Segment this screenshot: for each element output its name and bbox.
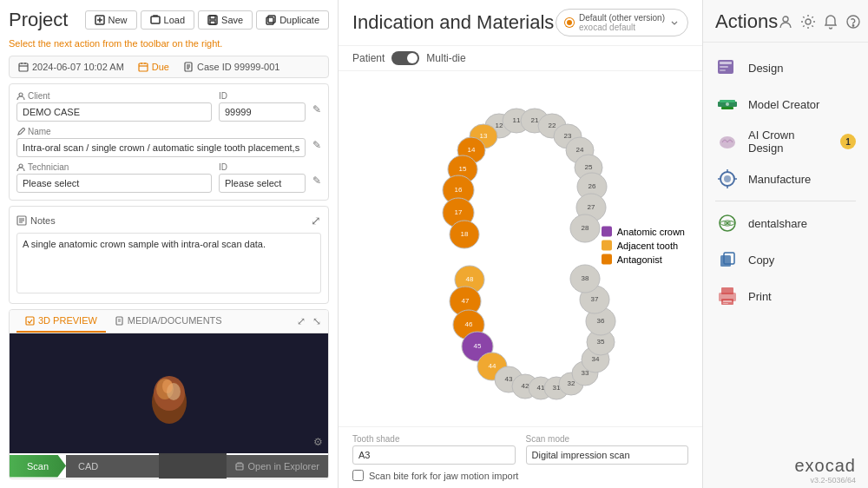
tooth-38[interactable]: 38 [570, 265, 600, 293]
help-icon[interactable] [845, 14, 861, 30]
preview-tab-list: 3D PREVIEW MEDIA/DOCUMENTS [16, 310, 231, 333]
notes-textarea[interactable]: A single anatomic crown sample with intr… [16, 233, 321, 293]
technician-label: Technician [16, 162, 212, 172]
action-model-creator[interactable]: Model Creator [703, 86, 868, 122]
tech-id-group: ID Please select [219, 162, 306, 193]
notes-section: Notes ⤢ A single anatomic crown sample w… [9, 206, 329, 304]
technician-select[interactable]: Please select [16, 174, 212, 193]
preview-tabs: 3D PREVIEW MEDIA/DOCUMENTS ⤢ ⤡ [10, 310, 328, 333]
name-edit-icon[interactable]: ✎ [312, 127, 321, 157]
actions-title: Actions [715, 10, 778, 33]
version-selector[interactable]: Default (other version) exocad default [556, 9, 688, 36]
id-select[interactable]: 99999 [219, 102, 306, 122]
tab-3d-preview[interactable]: 3D PREVIEW [16, 310, 106, 333]
new-button[interactable]: New [85, 10, 137, 30]
action-dentalshare[interactable]: dentalshare [703, 205, 868, 241]
action-design-label: Design [748, 62, 856, 75]
header-buttons: New Load Save Duplicate [85, 10, 329, 30]
duplicate-button[interactable]: Duplicate [256, 10, 329, 30]
person-icon[interactable] [778, 14, 793, 30]
action-divider [715, 201, 856, 201]
legend-item-anatomic: Anatomic crown [602, 226, 685, 236]
toggle-knob [407, 53, 418, 63]
dentalshare-icon [715, 211, 740, 235]
scan-button[interactable]: Scan [10, 455, 66, 478]
settings-icon[interactable]: ⚙ [313, 436, 323, 448]
patient-toggle[interactable] [391, 51, 419, 65]
notes-title: Notes [16, 215, 56, 226]
right-header: Actions [703, 0, 868, 43]
action-list: Design Model Creator [703, 43, 868, 447]
technician-row: Technician Please select ID Please selec… [16, 162, 321, 193]
name-row: Name Intra-oral scan / single crown / au… [16, 127, 321, 157]
notes-header: Notes ⤢ [16, 214, 321, 228]
svg-rect-111 [721, 107, 733, 109]
svg-rect-118 [720, 255, 731, 267]
action-design[interactable]: Design [703, 49, 868, 86]
save-button[interactable]: Save [198, 10, 253, 30]
open-explorer-button[interactable]: Open in Explorer [227, 455, 328, 478]
action-copy-label: Copy [748, 254, 856, 267]
version-dot [565, 18, 574, 27]
bite-fork-label: Scan bite fork for jaw motion import [369, 471, 518, 481]
legend-color-purple [602, 226, 612, 236]
legend: Anatomic crown Adjacent tooth Antagonist [602, 226, 685, 264]
bottom-row: Tooth shade A3 Scan mode Digital impress… [352, 434, 688, 465]
meta-due: Due [138, 62, 169, 72]
tooth-shade-group: Tooth shade A3 [352, 434, 516, 465]
client-id-row: Client DEMO CASE ID 99999 ✎ [16, 91, 321, 122]
preview-footer: Scan CAD Open in Explorer [10, 453, 328, 478]
preview-section: 3D PREVIEW MEDIA/DOCUMENTS ⤢ ⤡ [9, 309, 329, 479]
svg-point-102 [806, 19, 811, 24]
preview-expand-icons: ⤢ ⤡ [297, 315, 321, 327]
action-dentalshare-label: dentalshare [748, 217, 856, 230]
ai-crown-icon [715, 129, 740, 154]
client-select[interactable]: DEMO CASE [16, 102, 212, 122]
copy-icon [715, 247, 740, 272]
name-label: Name [16, 127, 306, 136]
action-copy[interactable]: Copy [703, 241, 868, 278]
tooth-18[interactable]: 18 [450, 221, 479, 248]
action-print[interactable]: Print [703, 278, 868, 314]
patient-label: Patient [352, 52, 385, 64]
client-form: Client DEMO CASE ID 99999 ✎ [9, 83, 329, 201]
tech-edit-icon[interactable]: ✎ [312, 162, 321, 193]
svg-rect-8 [268, 16, 275, 23]
action-ai-crown[interactable]: AI Crown Design 1 [703, 122, 868, 161]
legend-color-light-orange [602, 240, 612, 250]
notes-expand-icon[interactable]: ⤢ [311, 214, 321, 228]
cad-button[interactable]: CAD [66, 455, 159, 478]
technician-group: Technician Please select [16, 162, 212, 193]
left-header: Project New Load Save Duplicate [9, 9, 329, 31]
preview-icon-2[interactable]: ⤡ [312, 315, 321, 327]
tooth-shade-select[interactable]: A3 [352, 445, 516, 465]
tab-media-docs[interactable]: MEDIA/DOCUMENTS [106, 310, 231, 333]
legend-color-orange [602, 254, 612, 264]
checkbox-row: Scan bite fork for jaw motion import [352, 470, 688, 481]
scan-mode-select[interactable]: Digital impression scan [526, 445, 689, 465]
print-icon [715, 284, 740, 308]
bell-icon[interactable] [823, 14, 838, 30]
meta-row: 2024-06-07 10:02 AM Due Case ID 99999-00… [9, 56, 329, 78]
action-manufacture-label: Manufacture [748, 173, 856, 186]
svg-point-99 [570, 265, 600, 293]
load-button[interactable]: Load [141, 10, 194, 30]
svg-point-101 [783, 16, 788, 22]
preview-icon-1[interactable]: ⤢ [297, 315, 306, 327]
svg-rect-5 [210, 16, 215, 19]
gear-icon[interactable] [800, 14, 816, 30]
bite-fork-checkbox[interactable] [352, 470, 364, 481]
patient-row: Patient Multi-die [339, 46, 702, 71]
version-label: Default (other version) [579, 13, 665, 23]
action-manufacture[interactable]: Manufacture [703, 161, 868, 197]
model-creator-icon [715, 92, 740, 116]
svg-rect-108 [720, 69, 726, 71]
tech-id-select[interactable]: Please select [219, 174, 306, 193]
name-select[interactable]: Intra-oral scan / single crown / automat… [16, 138, 306, 157]
action-model-creator-label: Model Creator [748, 98, 856, 111]
svg-point-22 [19, 164, 23, 168]
svg-rect-123 [723, 300, 732, 302]
version-sub: exocad default [579, 23, 665, 32]
tooth-28[interactable]: 28 [570, 214, 600, 242]
client-edit-icon[interactable]: ✎ [312, 91, 321, 122]
